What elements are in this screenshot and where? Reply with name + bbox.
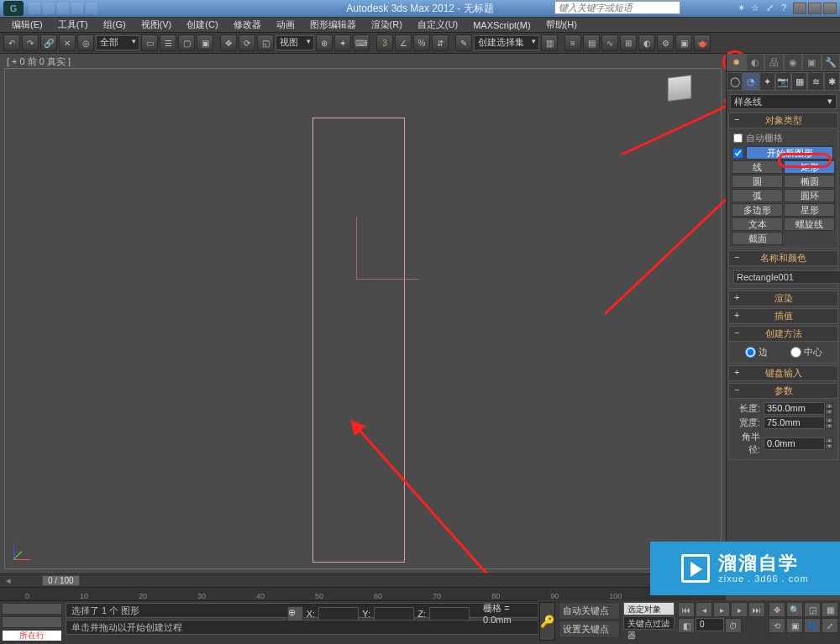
rollout-header[interactable]: 插值 bbox=[728, 308, 838, 324]
donut-button[interactable]: 圆环 bbox=[784, 189, 835, 202]
exchange-icon[interactable]: ⤢ bbox=[764, 3, 775, 14]
key-filters-button[interactable]: 关键点过滤器 bbox=[623, 616, 675, 630]
corner-radius-input[interactable]: 0.0mm bbox=[764, 437, 825, 450]
ngon-button[interactable]: 多边形 bbox=[732, 203, 783, 217]
redo-button[interactable]: ↷ bbox=[22, 34, 39, 51]
viewcube[interactable] bbox=[667, 76, 706, 109]
helpers-cat[interactable]: ▦ bbox=[791, 72, 807, 91]
qat-btn[interactable] bbox=[29, 3, 40, 14]
minimize-button[interactable] bbox=[793, 3, 806, 14]
unlink-button[interactable]: ✕ bbox=[59, 34, 76, 51]
spinner-snap-toggle[interactable]: ⇵ bbox=[432, 34, 449, 51]
menu-animation[interactable]: 动画 bbox=[270, 18, 302, 32]
maximize-button[interactable] bbox=[808, 3, 822, 14]
qat-btn[interactable] bbox=[86, 3, 97, 14]
auto-grid-checkbox[interactable] bbox=[733, 134, 743, 143]
menu-customize[interactable]: 自定义(U) bbox=[411, 18, 465, 32]
pivot-button[interactable]: ⊕ bbox=[316, 34, 333, 51]
schematic-button[interactable]: ⊞ bbox=[620, 34, 637, 51]
help-icon[interactable]: ? bbox=[778, 3, 790, 14]
length-input[interactable]: 350.0mm bbox=[764, 402, 825, 415]
menu-graph[interactable]: 图形编辑器 bbox=[303, 18, 363, 32]
max-toggle-button[interactable]: ▣ bbox=[786, 618, 803, 633]
rollout-header[interactable]: 对象类型 bbox=[728, 113, 838, 128]
lights-cat[interactable]: ✦ bbox=[759, 72, 775, 91]
angle-snap-toggle[interactable]: ∠ bbox=[395, 34, 412, 51]
width-spinner[interactable]: ▴▾ bbox=[825, 417, 833, 429]
zoom-ext-button[interactable]: ⤢ bbox=[822, 618, 838, 633]
mini-listener[interactable] bbox=[2, 603, 62, 615]
qat-btn[interactable] bbox=[43, 3, 55, 14]
rollout-header[interactable]: 名称和颜色 bbox=[728, 250, 838, 266]
modify-tab[interactable]: ◐ bbox=[746, 54, 765, 71]
prev-frame-button[interactable]: ◂ bbox=[696, 602, 712, 617]
helix-button[interactable]: 螺旋线 bbox=[784, 217, 835, 231]
ref-coord-select[interactable]: 视图 bbox=[276, 35, 314, 50]
set-key-button[interactable]: 🔑 bbox=[539, 602, 555, 641]
menu-group[interactable]: 组(G) bbox=[97, 18, 133, 32]
named-sel-edit-button[interactable]: ✎ bbox=[455, 34, 472, 51]
utilities-tab[interactable]: 🔧 bbox=[822, 54, 841, 71]
cameras-cat[interactable]: 📷 bbox=[775, 72, 791, 91]
abs-rel-toggle[interactable]: ⊕ bbox=[287, 606, 303, 621]
pan-view-button[interactable]: ✥ bbox=[769, 602, 785, 617]
rollout-header[interactable]: 创建方法 bbox=[728, 326, 838, 342]
arc-button[interactable]: 弧 bbox=[732, 189, 783, 202]
mirror-button[interactable]: ▥ bbox=[541, 34, 558, 51]
object-name-input[interactable] bbox=[733, 270, 840, 284]
create-tab[interactable]: ✹ bbox=[727, 54, 746, 71]
curve-editor-button[interactable]: ∿ bbox=[601, 34, 618, 51]
edge-radio[interactable] bbox=[745, 347, 756, 358]
zoom-button[interactable]: 🔍 bbox=[786, 602, 803, 617]
menu-views[interactable]: 视图(V) bbox=[134, 18, 179, 32]
start-new-shape-label[interactable]: 开始新图形 bbox=[746, 146, 833, 160]
z-input[interactable] bbox=[429, 607, 470, 620]
time-config-button[interactable]: ⏱ bbox=[725, 618, 742, 633]
time-slider[interactable]: ◂ 0 / 100 bbox=[0, 573, 726, 587]
render-frame-button[interactable]: ▣ bbox=[675, 34, 692, 51]
goto-end-button[interactable]: ⏭ bbox=[748, 602, 765, 617]
geometry-cat[interactable]: ◯ bbox=[727, 72, 743, 91]
percent-snap-toggle[interactable]: % bbox=[413, 34, 430, 51]
menu-modifiers[interactable]: 修改器 bbox=[227, 18, 268, 32]
subcategory-select[interactable]: 样条线 bbox=[730, 94, 837, 109]
snap-toggle[interactable]: 3 bbox=[376, 34, 393, 51]
shapes-cat[interactable]: ◔ bbox=[743, 72, 759, 91]
select-button[interactable]: ▭ bbox=[141, 34, 158, 51]
text-button[interactable]: 文本 bbox=[732, 217, 783, 231]
rectangle-button[interactable]: 矩形 bbox=[784, 160, 835, 174]
section-button[interactable]: 截面 bbox=[732, 232, 783, 245]
menu-help[interactable]: 帮助(H) bbox=[539, 18, 584, 32]
width-input[interactable]: 75.0mm bbox=[764, 416, 825, 429]
select-name-button[interactable]: ☰ bbox=[160, 34, 176, 51]
motion-tab[interactable]: ◉ bbox=[784, 54, 803, 71]
star-button[interactable]: 星形 bbox=[784, 203, 835, 217]
set-key-toggle[interactable]: 设置关键点 bbox=[559, 620, 620, 638]
goto-start-button[interactable]: ⏮ bbox=[678, 602, 695, 617]
move-button[interactable]: ✥ bbox=[220, 34, 237, 51]
current-frame-input[interactable]: 0 bbox=[696, 618, 724, 631]
key-mode-toggle[interactable]: ◧ bbox=[678, 618, 695, 633]
undo-button[interactable]: ↶ bbox=[3, 34, 20, 51]
keymode-button[interactable]: ⌨ bbox=[353, 34, 370, 51]
app-logo-icon[interactable]: G bbox=[3, 1, 24, 16]
corner-radius-spinner[interactable]: ▴▾ bbox=[825, 437, 833, 449]
link-button[interactable]: 🔗 bbox=[40, 34, 57, 51]
front-viewport[interactable] bbox=[5, 69, 721, 568]
menu-create[interactable]: 创建(C) bbox=[180, 18, 224, 32]
rollout-header[interactable]: 渲染 bbox=[728, 291, 838, 306]
next-frame-button[interactable]: ▸ bbox=[731, 602, 748, 617]
start-new-shape-checkbox[interactable] bbox=[733, 149, 743, 158]
menu-tools[interactable]: 工具(T) bbox=[51, 18, 95, 32]
close-button[interactable] bbox=[823, 3, 837, 14]
fov-button[interactable]: ◲ bbox=[804, 602, 821, 617]
render-setup-button[interactable]: ⚙ bbox=[657, 34, 674, 51]
manip-button[interactable]: ✦ bbox=[334, 34, 351, 51]
space-warps-cat[interactable]: ≋ bbox=[807, 72, 823, 91]
rollout-header[interactable]: 参数 bbox=[728, 383, 838, 399]
key-target-select[interactable]: 选定对象 bbox=[623, 602, 675, 615]
sign-in-icon[interactable]: ☆ bbox=[749, 3, 761, 14]
systems-cat[interactable]: ✱ bbox=[824, 72, 840, 91]
rectangle-shape[interactable] bbox=[312, 118, 405, 563]
menu-maxscript[interactable]: MAXScript(M) bbox=[466, 19, 537, 31]
